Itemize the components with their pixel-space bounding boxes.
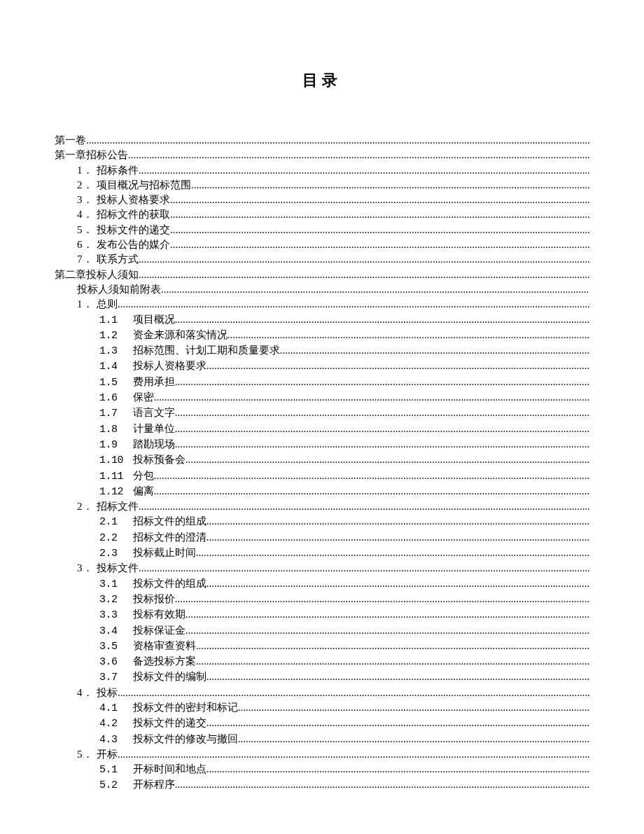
toc-entry-number: 1.9: [99, 438, 130, 452]
toc-leader-dots: [154, 390, 589, 405]
toc-leader-dots: [238, 700, 589, 715]
toc-entry-label: 第二章投标人须知: [55, 267, 139, 282]
toc-entry-number: 3．: [77, 193, 97, 207]
toc-entry: 3.5 资格审查资料: [55, 639, 589, 654]
toc-entry-number: 3.2: [99, 592, 130, 607]
toc-leader-dots: [118, 297, 589, 312]
toc-leader-dots: [175, 312, 589, 327]
toc-entry-label: 1.1 项目概况: [99, 312, 175, 328]
toc-leader-dots: [196, 654, 589, 669]
toc-entry: 3．投标人资格要求: [55, 193, 589, 207]
toc-leader-dots: [206, 576, 589, 591]
toc-entry-text: 分包: [133, 470, 154, 481]
toc-leader-dots: [118, 747, 589, 762]
toc-entry-text: 投标文件的修改与撤回: [133, 733, 238, 744]
toc-leader-dots: [227, 328, 589, 342]
toc-entry-label: 1.9 踏勘现场: [99, 437, 175, 452]
toc-leader-dots: [139, 267, 589, 282]
toc-leader-dots: [170, 193, 589, 207]
toc-entry-number: 4.3: [99, 732, 130, 747]
toc-entry-number: 1．: [77, 297, 97, 312]
toc-entry-label: 4．招标文件的获取: [77, 207, 170, 222]
toc-entry-number: 1．: [77, 163, 97, 178]
toc-entry-number: 2.3: [99, 546, 130, 561]
toc-entry: 1.2 资金来源和落实情况: [55, 328, 589, 343]
toc-entry-label: 2.3 投标截止时间: [99, 545, 196, 561]
toc-entry: 1.9 踏勘现场: [55, 437, 589, 452]
toc-leader-dots: [175, 777, 589, 792]
toc-entry-label: 4．投标: [77, 686, 118, 700]
toc-entry: 1.10 投标预备会: [55, 452, 589, 468]
toc-entry: 2．项目概况与招标范围: [55, 178, 589, 193]
toc-entry-label: 3.7 投标文件的编制: [99, 669, 206, 685]
toc-entry-number: 1.1: [99, 313, 130, 328]
toc-entry-text: 偏离: [133, 485, 154, 496]
toc-entry-number: 3.4: [99, 624, 130, 639]
toc-entry-number: 3.3: [99, 608, 130, 623]
toc-entry-label: 4.3 投标文件的修改与撤回: [99, 732, 238, 747]
toc-entry: 3.6 备选投标方案: [55, 654, 589, 669]
toc-entry: 4．招标文件的获取: [55, 207, 589, 222]
toc-entry-text: 开标程序: [133, 779, 175, 790]
toc-entry-number: 1.10: [99, 453, 130, 468]
toc-entry-text: 投标保证金: [133, 625, 186, 636]
toc-entry-number: 3.1: [99, 577, 130, 592]
toc-entry-number: 3.5: [99, 639, 130, 654]
toc-leader-dots: [161, 282, 589, 297]
toc-entry: 1.4 投标人资格要求: [55, 359, 589, 374]
toc-entry-text: 保密: [133, 391, 154, 403]
toc-entry: 1.3 招标范围、计划工期和质量要求: [55, 343, 589, 359]
toc-leader-dots: [206, 530, 589, 545]
toc-leader-dots: [175, 592, 589, 606]
toc-entry-text: 资格审查资料: [133, 640, 196, 651]
toc-entry-number: 5．: [77, 223, 97, 237]
toc-entry-text: 投标文件: [97, 562, 139, 574]
toc-entry-text: 联系方式: [97, 253, 139, 265]
toc-entry-label: 3.2 投标报价: [99, 592, 175, 607]
toc-entry: 3.3 投标有效期: [55, 607, 589, 623]
toc-entry-text: 投标预备会: [133, 454, 186, 465]
toc-entry-number: 1.2: [99, 328, 130, 343]
toc-entry-label: 第一卷: [55, 133, 86, 148]
toc-leader-dots: [170, 237, 589, 252]
toc-entry-label: 投标人须知前附表: [77, 282, 161, 297]
toc-entry-text: 项目概况: [133, 314, 175, 325]
toc-leader-dots: [139, 163, 589, 178]
toc-leader-dots: [206, 514, 589, 529]
toc-entry-text: 第二章投标人须知: [55, 269, 139, 280]
toc-entry-label: 1.3 招标范围、计划工期和质量要求: [99, 343, 280, 359]
toc-entry: 5．开标: [55, 747, 589, 762]
toc-leader-dots: [206, 669, 589, 684]
toc-entry-number: 2.1: [99, 515, 130, 529]
toc-entry-text: 投标截止时间: [133, 547, 196, 558]
toc-entry-text: 招标文件的获取: [97, 209, 170, 220]
toc-entry-label: 2.1 招标文件的组成: [99, 514, 206, 529]
toc-entry-number: 1.4: [99, 359, 130, 374]
toc-entry-label: 7．联系方式: [77, 252, 139, 267]
toc-entry-text: 招标文件的澄清: [133, 531, 206, 543]
toc-leader-dots: [175, 375, 589, 389]
table-of-contents: 第一卷 第一章招标公告 1．招标条件 2．项目概况与招标范围 3．投标人资格要求…: [55, 133, 589, 793]
toc-leader-dots: [175, 422, 589, 436]
toc-entry-text: 备选投标方案: [133, 655, 196, 667]
toc-leader-dots: [175, 437, 589, 452]
toc-leader-dots: [196, 639, 589, 653]
toc-leader-dots: [170, 223, 589, 237]
toc-entry-text: 投标有效期: [133, 609, 186, 620]
toc-entry-text: 开标时间和地点: [133, 763, 206, 774]
toc-entry-text: 开标: [97, 749, 118, 760]
toc-entry-number: 4.1: [99, 701, 130, 716]
toc-entry-text: 招标条件: [97, 165, 139, 176]
toc-entry-label: 5．投标文件的递交: [77, 223, 170, 237]
page-title: 目录: [55, 70, 589, 91]
toc-entry-text: 投标: [97, 687, 118, 698]
toc-entry-number: 1.12: [99, 485, 130, 499]
toc-entry: 5.1 开标时间和地点: [55, 762, 589, 777]
toc-entry-number: 2．: [77, 178, 97, 193]
toc-leader-dots: [280, 343, 589, 358]
toc-entry-text: 资金来源和落实情况: [133, 329, 227, 340]
toc-entry: 2.2 招标文件的澄清: [55, 530, 589, 545]
toc-entry: 4．投标: [55, 686, 589, 700]
toc-entry: 5.2 开标程序: [55, 777, 589, 793]
toc-entry-number: 5.2: [99, 778, 130, 793]
